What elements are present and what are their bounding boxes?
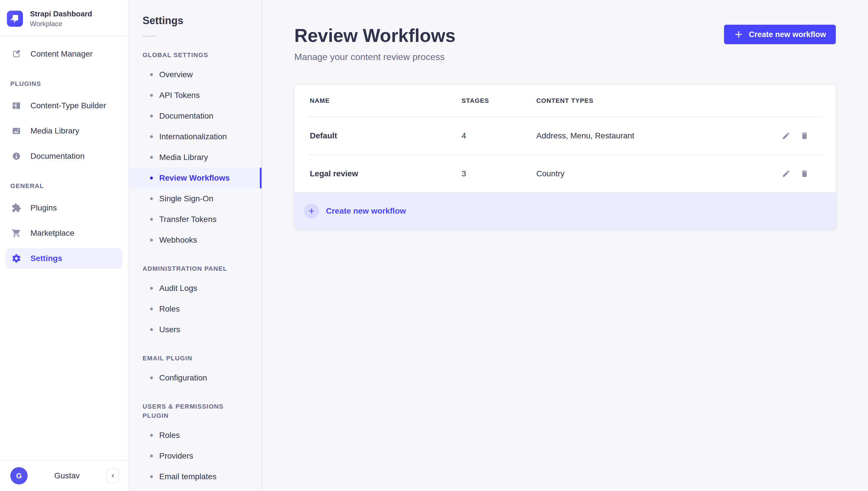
bullet-icon [150,115,153,117]
sidebar-item-documentation[interactable]: Documentation [0,144,128,169]
trash-icon [800,169,809,178]
workflow-stages: 4 [462,131,536,140]
subnav-item-providers[interactable]: Providers [129,445,262,466]
avatar[interactable]: G [10,467,28,484]
subnav-item-label: Internationalization [159,132,227,141]
workflow-content-types: Country [536,169,765,178]
subnav-item-webhooks[interactable]: Webhooks [129,230,262,250]
table-row-legal-review[interactable]: Legal review 3 Country [294,155,836,192]
sidebar-item-settings[interactable]: Settings [6,248,123,269]
subnav-item-media-library[interactable]: Media Library [129,147,262,168]
workflows-table-card: NAME STAGES CONTENT TYPES Default 4 Addr… [294,85,836,229]
subnav-item-api-tokens[interactable]: API Tokens [129,85,262,106]
column-header-content-types: CONTENT TYPES [536,97,765,105]
subnav-item-audit-logs[interactable]: Audit Logs [129,278,262,299]
subnav-section-users-permissions-plugin: USERS & PERMISSIONS PLUGIN [142,402,248,421]
subnav-item-transfer-tokens[interactable]: Transfer Tokens [129,209,262,230]
subnav-title: Settings [129,0,262,28]
page-header: Review Workflows Manage your content rev… [294,24,836,63]
subnav-item-overview[interactable]: Overview [129,64,262,85]
subnav-item-label: Roles [159,431,180,440]
page-title: Review Workflows [294,24,456,47]
workspace-title: Strapi Dashboard [30,9,92,18]
user-name: Gustav [28,471,106,480]
sidebar-item-content-manager[interactable]: Content Manager [0,41,128,67]
page-subtitle: Manage your content review process [294,51,456,63]
sidebar-item-content-type-builder[interactable]: Content-Type Builder [0,93,128,118]
bullet-icon [150,177,153,179]
subnav-item-label: Roles [159,305,180,314]
subnav-item-advanced-settings[interactable]: Advanced settings [129,487,262,491]
row-actions [782,169,820,178]
workflow-name: Legal review [310,169,462,178]
subnav-item-label: Providers [159,451,193,461]
sidebar-item-label: Marketplace [30,229,75,238]
pencil-icon [782,132,790,140]
workspace-brand[interactable]: Strapi Dashboard Workplace [0,0,128,36]
bullet-icon [150,308,153,310]
workflow-stages: 3 [462,169,536,178]
sidebar-user-row: G Gustav [0,460,128,491]
subnav-item-label: Users [159,325,180,334]
bullet-icon [150,135,153,138]
delete-workflow-button[interactable] [800,132,809,140]
sidebar-item-label: Documentation [30,152,84,161]
collapse-sidebar-button[interactable] [106,468,119,483]
subnav-item-up-roles[interactable]: Roles [129,425,262,445]
workflow-name: Default [310,131,462,140]
subnav-item-email-templates[interactable]: Email templates [129,466,262,487]
main-navigation: Content Manager PLUGINS Content-Type Bui… [0,37,128,269]
subnav-item-users[interactable]: Users [129,319,262,340]
strapi-logo-icon [7,11,23,27]
subnav-item-documentation[interactable]: Documentation [129,106,262,126]
subnav-item-label: API Tokens [159,91,200,100]
sidebar-section-plugins: PLUGINS [0,79,128,88]
bullet-icon [150,287,153,290]
sidebar-item-label: Content Manager [30,49,92,59]
bullet-icon [150,73,153,76]
subnav-item-internationalization[interactable]: Internationalization [129,126,262,147]
create-button-label: Create new workflow [749,30,826,39]
bullet-icon [150,218,153,221]
sidebar-item-media-library[interactable]: Media Library [0,118,128,144]
bullet-icon [150,94,153,97]
info-icon [11,151,21,161]
main-sidebar: Strapi Dashboard Workplace Content Manag… [0,0,129,491]
subnav-item-roles[interactable]: Roles [129,299,262,319]
row-actions [782,132,820,140]
delete-workflow-button[interactable] [800,169,809,178]
puzzle-icon [11,203,21,213]
chevron-left-icon [110,473,115,479]
table-header-row: NAME STAGES CONTENT TYPES [294,85,836,117]
workflow-content-types: Address, Menu, Restaurant [536,131,765,140]
subnav-item-label: Single Sign-On [159,194,213,203]
trash-icon [800,132,809,140]
bullet-icon [150,197,153,200]
table-row-default[interactable]: Default 4 Address, Menu, Restaurant [294,117,836,154]
edit-workflow-button[interactable] [782,169,790,178]
page-header-text: Review Workflows Manage your content rev… [294,24,456,63]
sidebar-item-plugins[interactable]: Plugins [0,195,128,221]
edit-workflow-button[interactable] [782,132,790,140]
bullet-icon [150,239,153,241]
gear-icon [11,254,21,263]
sidebar-item-marketplace[interactable]: Marketplace [0,221,128,246]
table-footer-create-workflow[interactable]: Create new workflow [294,192,836,229]
column-header-stages: STAGES [462,97,536,105]
bullet-icon [150,328,153,331]
subnav-item-label: Overview [159,70,193,79]
subnav-item-configuration[interactable]: Configuration [129,368,262,388]
plus-circle-icon [304,204,319,219]
subnav-item-label: Transfer Tokens [159,215,216,224]
sidebar-item-label: Content-Type Builder [30,101,106,110]
subnav-item-single-sign-on[interactable]: Single Sign-On [129,189,262,209]
create-new-workflow-button[interactable]: Create new workflow [724,25,836,44]
subnav-section-global-settings: GLOBAL SETTINGS [142,51,248,60]
settings-subnav: Settings GLOBAL SETTINGS Overview API To… [129,0,262,491]
subnav-item-review-workflows[interactable]: Review Workflows [129,168,262,189]
workspace-subtitle: Workplace [30,20,92,28]
plus-icon [734,30,743,39]
bullet-icon [150,156,153,159]
subnav-item-label: Email templates [159,472,216,481]
sidebar-item-label: Media Library [30,126,79,136]
